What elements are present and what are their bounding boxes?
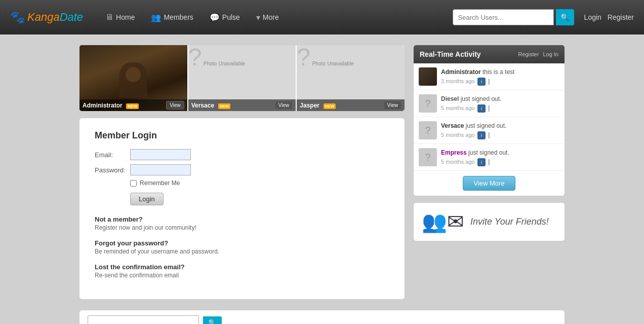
bottom-search-input[interactable]: [88, 315, 199, 324]
activity-username-administrator[interactable]: Administrator: [441, 68, 481, 76]
card-overlay-admin: Administrator NEW View: [79, 99, 187, 111]
password-row: Password:: [95, 164, 389, 175]
member-name-jasper: Jasper NEW: [300, 101, 336, 109]
activity-username-empress[interactable]: Empress: [441, 149, 467, 156]
forgot-sub: Be reminded of your username and passwor…: [95, 248, 389, 255]
main-wrapper: Administrator NEW View ? Photo Unavailab…: [74, 45, 570, 300]
activity-item-administrator: Administrator this is a test 3 months ag…: [414, 63, 565, 90]
view-more-button[interactable]: View More: [463, 176, 515, 191]
bottom-bar: 🔍: [74, 310, 570, 324]
view-button-admin[interactable]: View: [166, 101, 184, 110]
bottom-search-area: 🔍: [79, 310, 565, 324]
member-name-versace: Versace NEW: [191, 101, 231, 109]
activity-text-versace: Versace just signed out. 5 months ago i …: [441, 121, 559, 139]
view-button-jasper[interactable]: View: [384, 101, 402, 110]
chevron-down-icon: ▾: [256, 13, 260, 22]
remember-label: Remember Me: [140, 179, 180, 187]
activity-time-empress: 5 months ago: [441, 159, 475, 165]
search-button[interactable]: 🔍: [556, 9, 574, 25]
member-name-admin: Administrator NEW: [83, 101, 139, 109]
logo-text: KangaDate: [27, 11, 83, 24]
login-links: Not a member? Register now and join our …: [95, 215, 389, 279]
right-column: Real-Time Activity Register Log In Admin…: [413, 45, 565, 300]
not-member-section: Not a member? Register now and join our …: [95, 215, 389, 231]
card-overlay-versace: Versace NEW View: [188, 99, 296, 111]
remember-row: Remember Me: [130, 179, 389, 187]
login-panel: Member Login Email: Password: Remember M…: [79, 118, 405, 300]
question-mark-icon: ?: [188, 45, 202, 70]
monitor-icon: 🖥: [105, 13, 113, 22]
activity-action-versace: just signed out.: [466, 122, 507, 129]
nav-home[interactable]: 🖥 Home: [98, 9, 142, 26]
login-title: Member Login: [95, 130, 389, 141]
lost-heading: Lost the confirmation email?: [95, 263, 389, 271]
activity-action-diesel: just signed out.: [461, 95, 502, 102]
activity-text-empress: Empress just signed out. 5 months ago i …: [441, 148, 559, 166]
activity-time-versace: 5 months ago: [441, 132, 475, 138]
left-column: Administrator NEW View ? Photo Unavailab…: [79, 45, 405, 300]
nav-more[interactable]: ▾ More: [249, 9, 286, 26]
activity-header-links: Register Log In: [518, 51, 558, 57]
member-card-administrator[interactable]: Administrator NEW View: [79, 45, 187, 111]
navbar: 🐾 KangaDate 🖥 Home 👥 Members 💬 Pulse ▾ M…: [0, 0, 644, 34]
via-icon-empress: i: [477, 158, 486, 166]
activity-time-diesel: 5 months ago: [441, 105, 475, 111]
member-card-jasper[interactable]: ? Photo Unavailable Jasper NEW View: [297, 45, 405, 111]
activity-item-versace: ? Versace just signed out. 5 months ago …: [414, 117, 565, 144]
activity-text-diesel: Diesel just signed out. 5 months ago i |: [441, 94, 559, 113]
activity-text-administrator: Administrator this is a test 3 months ag…: [441, 67, 559, 86]
invite-text: Invite Your Friends!: [470, 217, 549, 227]
member-cards: Administrator NEW View ? Photo Unavailab…: [79, 45, 405, 112]
login-link[interactable]: Login: [584, 13, 601, 21]
via-icon-administrator: i: [477, 78, 486, 86]
login-submit-button[interactable]: Login: [130, 193, 164, 205]
avatar-versace: ?: [419, 121, 437, 139]
view-button-versace[interactable]: View: [275, 101, 293, 110]
paw-icon: 🐾: [10, 10, 25, 24]
avatar-diesel: ?: [419, 94, 437, 113]
via-icon-diesel: i: [477, 104, 486, 113]
not-member-sub: Register now and join our community!: [95, 224, 389, 231]
avatar-empress: ?: [419, 148, 437, 166]
password-field[interactable]: [130, 164, 191, 175]
card-overlay-jasper: Jasper NEW View: [297, 99, 405, 111]
register-link[interactable]: Register: [608, 13, 634, 21]
remember-checkbox[interactable]: [130, 180, 137, 187]
nav-members[interactable]: 👥 Members: [144, 9, 200, 26]
logo[interactable]: 🐾 KangaDate: [10, 10, 83, 24]
pulse-icon: 💬: [210, 13, 220, 22]
invite-panel[interactable]: 👥✉ Invite Your Friends!: [413, 202, 565, 241]
nav-pulse[interactable]: 💬 Pulse: [203, 9, 247, 26]
activity-register-link[interactable]: Register: [518, 51, 539, 57]
email-label: Email:: [95, 151, 130, 159]
email-field[interactable]: [130, 149, 191, 160]
activity-username-diesel[interactable]: Diesel: [441, 95, 459, 102]
activity-action-empress: just signed out.: [468, 149, 509, 156]
via-icon-versace: i: [477, 131, 486, 139]
bottom-search-button[interactable]: 🔍: [203, 316, 222, 325]
members-icon: 👥: [151, 13, 161, 22]
nav-links: 🖥 Home 👥 Members 💬 Pulse ▾ More: [98, 9, 452, 26]
member-card-versace[interactable]: ? Photo Unavailable Versace NEW View: [188, 45, 296, 111]
question-mark-icon-2: ?: [297, 45, 310, 70]
not-member-heading: Not a member?: [95, 215, 389, 223]
forgot-heading: Forgot your password?: [95, 239, 389, 247]
activity-time-administrator: 3 months ago: [441, 78, 475, 84]
forgot-password-section: Forgot your password? Be reminded of you…: [95, 239, 389, 255]
activity-item-diesel: ? Diesel just signed out. 5 months ago i…: [414, 90, 565, 117]
avatar-administrator: [419, 67, 437, 86]
lost-email-section: Lost the confirmation email? Re-send the…: [95, 263, 389, 279]
activity-title: Real-Time Activity: [420, 50, 481, 58]
search-area: 🔍: [453, 9, 574, 25]
email-row: Email:: [95, 149, 389, 160]
activity-action-administrator-text: this is a test: [482, 68, 514, 76]
activity-panel: Real-Time Activity Register Log In Admin…: [413, 45, 565, 196]
password-label: Password:: [95, 166, 130, 174]
activity-login-link[interactable]: Log In: [543, 51, 558, 57]
search-input[interactable]: [453, 9, 554, 25]
auth-links: Login Register: [584, 13, 634, 21]
activity-username-versace[interactable]: Versace: [441, 122, 464, 129]
invite-icon: 👥✉: [422, 210, 464, 234]
lost-sub: Re-send the confirmation email: [95, 272, 389, 279]
activity-header: Real-Time Activity Register Log In: [414, 45, 565, 63]
